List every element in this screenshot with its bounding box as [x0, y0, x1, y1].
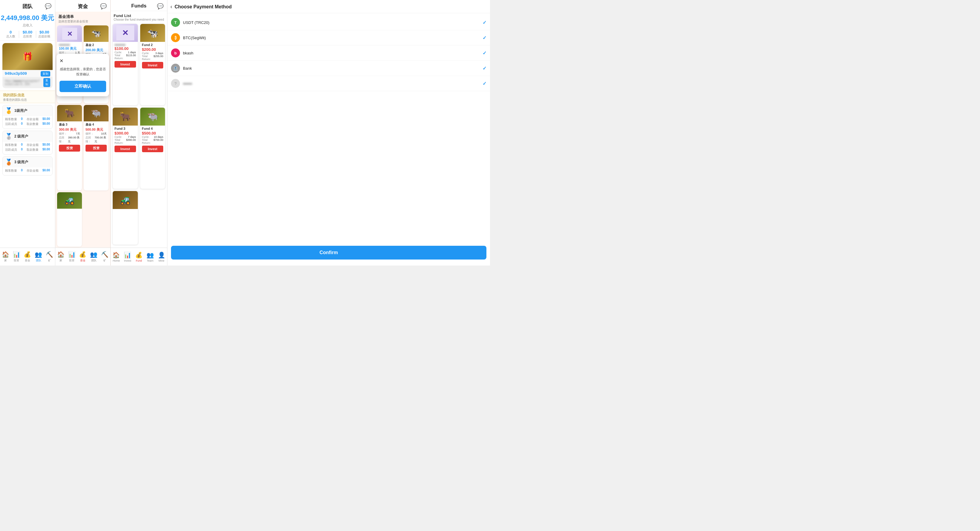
fund-en-2-image: 🐄 — [140, 24, 165, 42]
fund-en-card-5: 🚜 — [112, 191, 138, 245]
panel-team: 团队 💬 2,449,998.00 美元 总收入 0 总人数 $0.00 总投资… — [0, 0, 55, 266]
payment-item-bkash[interactable]: b bkash ✓ — [167, 45, 490, 61]
stat-withdrawal-label: 总提款额 — [36, 34, 52, 38]
bkash-icon: b — [171, 48, 180, 57]
cn-fund-label: 基金 — [80, 259, 86, 262]
fund-en-2-cycle: Cycle: 3 days — [142, 52, 164, 55]
level-2-name: 2 级用户 — [14, 134, 28, 139]
message-icon[interactable]: 💬 — [45, 3, 51, 10]
nav-cn-invest[interactable]: 📊 投资 — [66, 251, 78, 262]
invite-card: 🎁 949ux3p509 复制 https://■■■■shop/registe… — [2, 43, 52, 88]
fund-en-2-name: Fund 2 — [142, 43, 164, 47]
fund-en-3-invest-btn[interactable]: Invest — [115, 146, 136, 152]
payment-item-blurred[interactable]: ? ■■■■■ ✓ — [167, 76, 490, 91]
fund-cn-3-image: 🐂 — [57, 105, 82, 121]
fund-en-card-2: 🐄 Fund 2 $200.00 Cycle: 3 days Total Ret… — [140, 24, 165, 105]
l2-customers-label: 顾客数量 — [5, 143, 17, 147]
funds-en-section: Fund List Choose the fund investment you… — [111, 11, 167, 22]
fund-cn-2-name: 基金 2 — [86, 43, 107, 47]
fund-label: 基金 — [25, 259, 30, 262]
stat-invest-value: $0.00 — [19, 30, 36, 34]
my-team-title: 我的团队信息 — [3, 93, 52, 98]
nav-team[interactable]: 👥 团队 — [33, 251, 44, 262]
level-1-header: 🥇 1级用户 — [3, 105, 52, 116]
level-2-icon: 🥈 — [5, 133, 13, 140]
dialog-confirm-button[interactable]: 立即确认 — [59, 81, 106, 92]
team-scrollable: 2,449,998.00 美元 总收入 0 总人数 $0.00 总投资 $0.0… — [0, 12, 55, 266]
level-2-stats: 顾客数量 0 存款金额 $0.00 活跃成员 0 取款数量 $0.00 — [3, 142, 52, 154]
l3-deposit-label: 存款金额 — [27, 169, 38, 173]
funds-en-bottom-nav: 🏠 Home 📊 Invest 💰 Fund 👥 Team 👤 Mine — [111, 248, 167, 266]
fund-cn-3-cycle-value: 7天 — [76, 132, 80, 136]
fund-en-1-amount: $100.00 — [115, 46, 136, 51]
fund-cn-3-amount: 300.00 美元 — [59, 127, 80, 132]
invite-code: 949ux3p509 — [5, 71, 27, 76]
back-icon[interactable]: ‹ — [170, 3, 172, 10]
fund-en-4-cycle-label: Cycle: — [142, 135, 150, 138]
fund-en-3-return: Total Return: $390.00 — [115, 138, 136, 145]
fund-logo-svg: ✕ — [62, 28, 77, 40]
fund-icon: 💰 — [24, 251, 31, 258]
fund-en-4-return: Total Return: $700.00 — [142, 138, 164, 145]
nav-home[interactable]: 🏠 家 — [0, 251, 11, 262]
nav-fund[interactable]: 💰 基金 — [22, 251, 33, 262]
nav-cn-home[interactable]: 🏠 家 — [55, 251, 66, 262]
level-1-stats: 顾客数量 0 存款金额 $0.00 活跃成员 0 取款数量 $0.00 — [3, 116, 52, 129]
cn-team-label: 团队 — [91, 259, 97, 262]
home-label: 家 — [4, 259, 7, 262]
copy-link-button[interactable]: 复制 — [43, 78, 51, 87]
funds-en-section-title: Fund List — [114, 13, 164, 18]
l2-withdraw-value: $0.00 — [43, 148, 50, 152]
fund-5-emoji: 🚜 — [64, 196, 75, 205]
invite-emoji: 🎁 — [22, 52, 33, 62]
fund-cn-4-invest-btn[interactable]: 投资 — [86, 145, 107, 152]
fund-en-4-invest-btn[interactable]: Invest — [142, 146, 164, 152]
nav-invest[interactable]: 📊 投资 — [11, 251, 22, 262]
panel-funds-en: Funds 💬 Fund List Choose the fund invest… — [111, 0, 167, 266]
l1-deposit-label: 存款金额 — [27, 117, 38, 121]
bank-icon: 🏦 — [171, 64, 180, 73]
stat-members-label: 总人数 — [2, 34, 19, 38]
fund-cn-card-3: 🐂 基金 3 300.00 美元 循环： 7天 总回报： 390.00 美元 投… — [57, 105, 82, 191]
nav-en-team[interactable]: 👥 Team — [145, 251, 156, 262]
payment-item-bank[interactable]: 🏦 Bank ✓ — [167, 61, 490, 76]
l3-customers-label: 顾客数量 — [5, 169, 17, 173]
nav-en-mine[interactable]: 👤 Mine — [156, 251, 167, 262]
fund-en-2-invest-btn[interactable]: Invest — [142, 62, 164, 68]
fund-en-1-return-value: $115.00 — [126, 54, 136, 60]
l1-withdraw-label: 取款数量 — [27, 122, 38, 126]
usdt-icon-char: T — [174, 20, 177, 25]
funds-en-message-icon[interactable]: 💬 — [157, 3, 164, 10]
l1-active-value: 0 — [21, 122, 23, 126]
payment-header: ‹ Choose Payment Method — [167, 0, 490, 13]
fund-en-3-return-label: Total Return: — [115, 138, 126, 145]
fund-cn-card-5: 🚜 — [57, 192, 82, 246]
fund-cn-3-return-label: 总回报： — [59, 136, 68, 143]
nav-cn-fund[interactable]: 💰 基金 — [78, 251, 89, 262]
level-3-header: 🥉 3 级用户 — [3, 157, 52, 167]
l3-customers-value: 0 — [21, 169, 23, 173]
nav-en-home[interactable]: 🏠 Home — [111, 251, 122, 262]
confirm-button[interactable]: Confirm — [171, 246, 487, 259]
fund-cn-4-cycle-label: 循环： — [86, 132, 94, 136]
btc-label: BTC(SegWit) — [183, 36, 479, 40]
confirm-button-container: Confirm — [171, 246, 487, 259]
payment-item-btc[interactable]: ₿ BTC(SegWit) ✓ — [167, 30, 490, 45]
en-team-icon: 👥 — [146, 251, 154, 259]
nav-en-fund[interactable]: 💰 Fund — [133, 251, 145, 262]
fund-en-4-amount: $500.00 — [142, 131, 164, 135]
level-3-stats: 顾客数量 0 存款金额 $0.00 — [3, 167, 52, 175]
nav-cn-mine[interactable]: ⛏️ 矿 — [99, 251, 110, 262]
nav-mine[interactable]: ⛏️ 矿 — [44, 251, 55, 262]
fund-cn-3-invest-btn[interactable]: 投资 — [59, 145, 80, 152]
copy-code-button[interactable]: 复制 — [41, 71, 50, 76]
fund-cn-4-return-value: 700.00 美元 — [94, 136, 107, 143]
nav-en-invest[interactable]: 📊 Invest — [122, 251, 133, 262]
fund-cn-3-return-value: 390.00 美元 — [68, 136, 80, 143]
nav-cn-team[interactable]: 👥 团队 — [88, 251, 99, 262]
fund-en-card-4: 🐃 Fund 4 $500.00 Cycle: 10 days Total Re… — [140, 107, 165, 189]
fund-en-1-invest-btn[interactable]: Invest — [115, 61, 136, 68]
funds-cn-message-icon[interactable]: 💬 — [100, 3, 107, 10]
dialog-close-icon[interactable]: ✕ — [59, 58, 64, 64]
payment-item-usdt[interactable]: T USDT (TRC20) ✓ — [167, 15, 490, 30]
